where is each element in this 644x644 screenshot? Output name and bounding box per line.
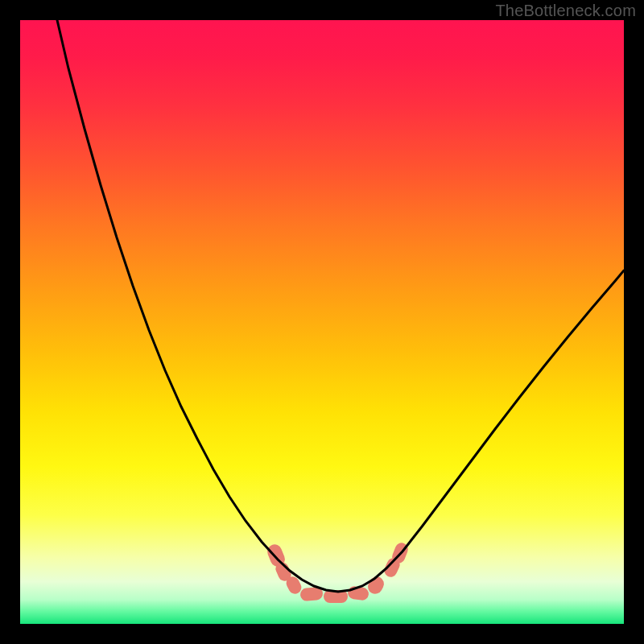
curve-layer xyxy=(20,20,624,624)
plot-area xyxy=(20,20,624,624)
watermark-text: TheBottleneck.com xyxy=(495,2,636,20)
marker-group xyxy=(265,541,410,603)
bottleneck-curve xyxy=(57,20,624,592)
chart-frame: TheBottleneck.com xyxy=(0,0,644,644)
